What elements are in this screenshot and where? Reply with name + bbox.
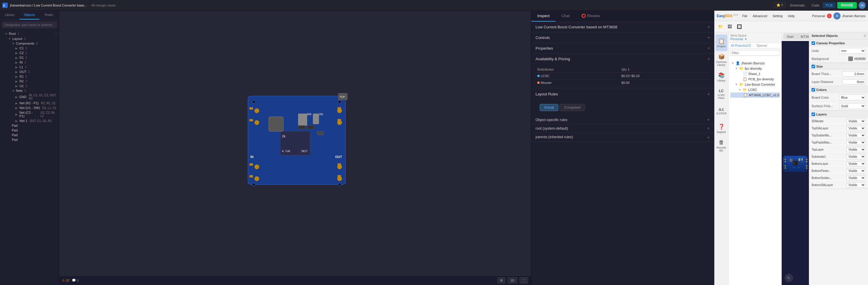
tree-item-r2[interactable]: ▶ R2 3 <box>0 79 59 84</box>
workspace-name[interactable]: Personal <box>730 37 743 41</box>
tree-user-root[interactable]: ▼ 👤 Jharwin Barrozo <box>730 61 780 66</box>
tree-pad-2[interactable]: Pad <box>0 128 59 133</box>
pcb-canvas[interactable]: 2k 608 39k 4.7uH 5817 IN <box>59 11 531 276</box>
layers-header[interactable]: Layers <box>809 111 868 118</box>
controls-header[interactable]: Controls ▼ <box>531 32 714 43</box>
board-thickness-input[interactable] <box>842 71 866 76</box>
personal-label[interactable]: Personal <box>812 14 825 18</box>
3dmodel-visibility[interactable]: Visible <box>846 119 866 124</box>
sidebar-recycle-btn[interactable]: 🗑 Recycle Bin <box>715 137 727 154</box>
star-button[interactable]: ⭐ 0 <box>774 2 785 8</box>
tree-pad-3[interactable]: Pad <box>0 133 59 137</box>
properties-header[interactable]: Properties ▼ <box>531 43 714 54</box>
tool-component-icon[interactable]: 🔲 <box>735 23 743 31</box>
fullscreen-button[interactable]: ⛶ <box>520 277 528 284</box>
share-button[interactable]: SHARE <box>837 2 857 8</box>
tree-root[interactable]: ▼ Root 1 ··· <box>0 31 59 36</box>
tree-net-gnd[interactable]: ▶ GND IN, C1, U1, C2, OUT, R2 <box>0 93 59 101</box>
menu-help[interactable]: Help <box>785 13 797 19</box>
rule-parents[interactable]: parents (inherited rules) ▲ <box>531 133 714 141</box>
tool-image-icon[interactable]: 🖼 <box>725 23 734 31</box>
tree-fpv-folder[interactable]: ▼ 📁 fpv diversity <box>730 66 780 71</box>
tab-start[interactable]: Start <box>783 33 797 39</box>
colors-checkbox[interactable] <box>811 88 815 92</box>
tab-review[interactable]: ⭕ Review <box>576 11 606 22</box>
workspace-dropdown-icon[interactable]: ▼ <box>744 37 747 41</box>
sidebar-library-btn[interactable]: 📚 Library <box>715 69 727 85</box>
tree-components[interactable]: ▼ Components 9 <box>0 41 59 46</box>
rule-tab-computed[interactable]: Computed <box>559 104 585 111</box>
refresh-button[interactable]: ↻ <box>785 274 793 282</box>
rule-root[interactable]: root (system-default) ▼ <box>531 124 714 133</box>
availability-header[interactable]: Availability & Pricing ▼ <box>531 54 714 64</box>
layers-checkbox[interactable] <box>811 113 815 116</box>
tree-lcbc[interactable]: ▼ 📁 LCBC <box>730 87 780 92</box>
opened-tab[interactable]: Opened <box>756 44 767 47</box>
sidebar-common-library-btn[interactable]: 📦 Common Library <box>715 52 727 68</box>
tree-item-l1[interactable]: ▶ L1 2 <box>0 65 59 69</box>
topsolder-visibility[interactable]: Visible <box>846 133 866 138</box>
bottomsolder-visibility[interactable]: Visible <box>846 176 866 181</box>
sidebar-project-btn[interactable]: 📋 Project <box>715 35 727 51</box>
tool-project-icon[interactable]: 📁 <box>716 23 724 31</box>
tree-nets[interactable]: ▼ Nets 5 <box>0 88 59 93</box>
fit-button[interactable]: ⊞ <box>497 277 505 284</box>
topsilk-visibility[interactable]: Visible <box>846 126 866 131</box>
tab-chat[interactable]: Chat <box>556 11 576 22</box>
tab-pcb[interactable]: PCB <box>823 2 836 8</box>
bottomsilk-visibility[interactable]: Visible <box>846 183 866 188</box>
avatar[interactable]: JB <box>859 2 866 9</box>
3d-view-canvas[interactable]: 2k 608 39k 4.7uH 5817 IN OUT <box>782 41 809 285</box>
rule-object-specific[interactable]: Object-specific rules ▼ <box>531 116 714 124</box>
sidebar-support-btn[interactable]: ❓ Support <box>715 120 727 137</box>
tree-item-c2[interactable]: ▶ C2 2 <box>0 51 59 55</box>
units-select[interactable]: mm <box>839 48 866 54</box>
tree-item-d1[interactable]: ▶ D1 2 <box>0 55 59 60</box>
menu-file[interactable]: File <box>740 13 750 19</box>
tree-item-r1[interactable]: ▶ R1 2 <box>0 74 59 79</box>
size-checkbox[interactable] <box>811 65 815 68</box>
rule-tab-actual[interactable]: Actual <box>540 104 558 111</box>
tree-pad-4[interactable]: Pad <box>0 137 59 142</box>
menu-setting[interactable]: Setting <box>770 13 785 19</box>
bottom-visibility[interactable]: Visible <box>846 161 866 166</box>
canvas-props-header[interactable]: Canvas Properties <box>809 39 868 47</box>
3d-button[interactable]: 3D <box>508 277 517 284</box>
tab-schematic[interactable]: Schematic <box>787 2 808 8</box>
surface-finish-select[interactable]: Gold <box>839 103 866 109</box>
tree-item-u1[interactable]: ▶ U1 2 <box>0 84 59 88</box>
sidebar-lcsc-btn[interactable]: LC LCSC Parts <box>715 86 727 102</box>
tree-sheet1[interactable]: 📄 Sheet_1 <box>730 71 780 76</box>
bottompaste-visibility[interactable]: Visible <box>846 168 866 173</box>
notification-badge[interactable]: 1 <box>827 13 832 18</box>
board-color-select[interactable]: Blue <box>839 95 866 100</box>
tab-inspect[interactable]: Inspect <box>531 11 556 22</box>
all-projects-tab[interactable]: All Projects(22) <box>731 44 751 47</box>
tab-mt3608[interactable]: MT3608_LCBC_... <box>797 33 809 39</box>
sidebar-jlcpcb-btn[interactable]: JLC JLCPCB <box>715 103 727 120</box>
component-header[interactable]: Low Current Boost Converter based on MT3… <box>531 22 714 32</box>
tab-library[interactable]: Library <box>0 11 20 20</box>
tree-net1[interactable]: ▶ Net 1 OUT, C1, D1, R1 <box>0 119 59 123</box>
tree-mt3608[interactable]: 📋 MT3608_LCBC_v1.0 <box>730 92 780 98</box>
tree-item-c1[interactable]: ▶ C1 2 <box>0 46 59 51</box>
colors-header[interactable]: Colors <box>809 86 868 93</box>
filter-input[interactable] <box>730 50 780 56</box>
tab-objects[interactable]: Objects <box>20 11 39 20</box>
toplayer-visibility[interactable]: Visible <box>846 147 866 152</box>
menu-advanced[interactable]: Advanced <box>750 13 770 19</box>
substrate-visibility[interactable]: Visible <box>846 154 866 159</box>
tree-item-in[interactable]: ▶ IN 2 <box>0 60 59 65</box>
tab-code[interactable]: Code <box>809 2 822 8</box>
layout-rules-header[interactable]: Layout Rules ▼ <box>531 89 714 99</box>
search-input[interactable] <box>2 22 57 28</box>
root-menu-icon[interactable]: ··· <box>54 32 59 36</box>
canvas-props-checkbox[interactable] <box>811 41 815 45</box>
layer-distance-input[interactable] <box>842 79 866 85</box>
easyeda-avatar[interactable]: JB <box>833 12 840 20</box>
tree-layout[interactable]: ▼ Layout 6 <box>0 36 59 41</box>
tree-net-r2p1[interactable]: ▶ Net (R2 - P1) R2, R1, U1 <box>0 101 59 105</box>
tree-net-c2p1[interactable]: ▶ Net (C2 - P1) U1, C2, IN, L1 <box>0 110 59 119</box>
tree-item-out[interactable]: ▶ OUT 2 <box>0 69 59 74</box>
size-header[interactable]: Size <box>809 63 868 70</box>
